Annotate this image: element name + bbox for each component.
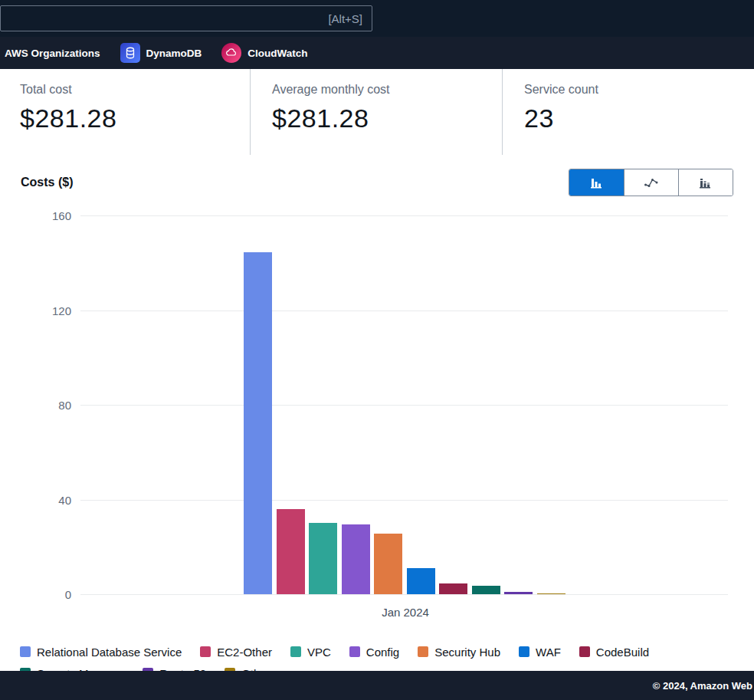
costs-title: Costs ($) xyxy=(21,176,73,189)
stat-label: Average monthly cost xyxy=(272,83,502,97)
footer-bar: © 2024, Amazon Web xyxy=(0,671,754,700)
search-input[interactable]: [Alt+S] xyxy=(0,5,372,31)
favorites-bar: AWS Organizations DynamoDB CloudWatch xyxy=(0,37,754,69)
legend-label: Security Hub xyxy=(434,646,500,659)
legend-label: WAF xyxy=(536,646,561,659)
y-axis: 04080120160 xyxy=(0,215,73,594)
bar-ec2-other[interactable] xyxy=(277,509,305,594)
stacked-bar-chart-icon xyxy=(697,174,714,191)
favorite-dynamodb[interactable]: DynamoDB xyxy=(120,43,202,63)
bar-security-hub[interactable] xyxy=(374,534,402,594)
plot-area: Jan 2024 xyxy=(80,215,728,594)
y-tick-label: 80 xyxy=(58,399,71,412)
stat-total-cost: Total cost $281.28 xyxy=(0,69,250,155)
top-navigation-bar: [Alt+S] xyxy=(0,0,754,37)
bar-route-53[interactable] xyxy=(504,592,533,594)
bar-vpc[interactable] xyxy=(309,523,337,594)
search-shortcut-hint: [Alt+S] xyxy=(328,12,362,25)
legend-item-config[interactable]: Config xyxy=(349,644,399,659)
gridline xyxy=(80,500,728,501)
legend-label: VPC xyxy=(307,646,331,659)
favorite-cloudwatch[interactable]: CloudWatch xyxy=(221,43,307,63)
line-chart-icon xyxy=(643,174,660,191)
legend-swatch xyxy=(349,646,360,657)
cost-summary-row: Total cost $281.28 Average monthly cost … xyxy=(0,69,754,155)
legend-swatch xyxy=(20,646,31,657)
costs-section-header: Costs ($) xyxy=(0,166,754,199)
line-chart-button[interactable] xyxy=(624,169,678,196)
legend-swatch xyxy=(519,646,529,657)
y-tick-label: 40 xyxy=(58,493,71,506)
y-tick-label: 120 xyxy=(52,304,71,317)
bar-waf[interactable] xyxy=(407,568,435,594)
stat-label: Service count xyxy=(524,83,754,97)
gridline xyxy=(80,405,728,406)
legend-item-ec2-other[interactable]: EC2-Other xyxy=(200,644,272,659)
legend-label: EC2-Other xyxy=(217,646,272,659)
stat-service-count: Service count 23 xyxy=(502,69,754,155)
y-tick-label: 0 xyxy=(65,588,71,601)
bar-secrets-manager[interactable] xyxy=(472,586,500,594)
bar-relational-database-service[interactable] xyxy=(244,252,272,594)
dynamodb-icon xyxy=(120,43,140,63)
bar-config[interactable] xyxy=(342,524,370,594)
bar-chart-icon xyxy=(588,174,605,191)
gridline xyxy=(80,311,728,311)
x-axis-label: Jan 2024 xyxy=(382,606,429,619)
stat-average-monthly-cost: Average monthly cost $281.28 xyxy=(250,69,502,155)
legend-swatch xyxy=(290,646,301,657)
legend-swatch xyxy=(200,646,211,657)
legend-swatch xyxy=(579,646,590,657)
bar-codebuild[interactable] xyxy=(439,583,467,594)
legend-swatch xyxy=(418,646,428,657)
legend-label: CodeBuild xyxy=(596,646,649,659)
gridline xyxy=(80,594,728,595)
favorite-aws-organizations[interactable]: AWS Organizations xyxy=(5,48,100,59)
gridline xyxy=(80,215,728,216)
stat-value: $281.28 xyxy=(272,104,502,133)
legend-label: Relational Database Service xyxy=(37,646,182,659)
stacked-bar-chart-button[interactable] xyxy=(678,169,733,196)
legend-label: Config xyxy=(366,646,399,659)
bar-other[interactable] xyxy=(537,593,566,594)
legend-item-security-hub[interactable]: Security Hub xyxy=(418,644,500,659)
chart-type-switcher xyxy=(569,169,733,196)
legend-item-codebuild[interactable]: CodeBuild xyxy=(579,644,649,659)
copyright-text: © 2024, Amazon Web xyxy=(653,680,752,692)
favorite-label: CloudWatch xyxy=(248,48,307,59)
cloudwatch-icon xyxy=(221,43,241,63)
stat-label: Total cost xyxy=(20,83,250,97)
favorite-label: AWS Organizations xyxy=(5,48,100,59)
y-tick-label: 160 xyxy=(52,209,71,222)
costs-bar-chart: 04080120160 Jan 2024 xyxy=(0,201,754,642)
stat-value: 23 xyxy=(524,104,754,133)
legend-item-relational-database-service[interactable]: Relational Database Service xyxy=(20,644,182,659)
bar-chart-button[interactable] xyxy=(569,169,624,196)
legend-item-vpc[interactable]: VPC xyxy=(290,644,331,659)
legend-item-waf[interactable]: WAF xyxy=(519,644,561,659)
stat-value: $281.28 xyxy=(20,104,250,133)
favorite-label: DynamoDB xyxy=(146,48,202,59)
